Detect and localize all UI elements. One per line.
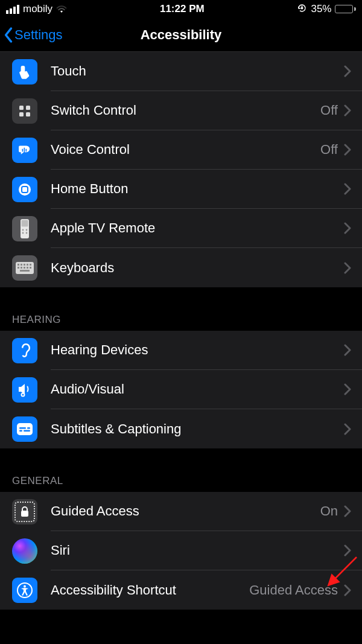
chevron-right-icon [344, 262, 351, 274]
chevron-right-icon [344, 584, 351, 596]
row-label: Keyboards [51, 260, 344, 276]
chevron-right-icon [344, 383, 351, 395]
section-physical-motor: Touch Switch Control Off [0, 52, 362, 287]
chevron-right-icon [344, 423, 351, 435]
svg-rect-0 [301, 7, 303, 9]
svg-rect-7 [26, 148, 27, 151]
row-home-button[interactable]: Home Button [0, 170, 362, 209]
status-left: mobily [6, 3, 67, 15]
accessibility-icon [12, 578, 37, 603]
svg-rect-21 [30, 264, 31, 266]
svg-rect-24 [24, 267, 25, 269]
back-button[interactable]: Settings [4, 18, 63, 51]
svg-rect-4 [26, 112, 30, 116]
row-label: Accessibility Shortcut [51, 582, 249, 598]
list-group: Guided Access On Siri [0, 492, 362, 610]
svg-rect-31 [19, 427, 26, 429]
hearing-devices-icon [12, 338, 37, 363]
row-label: Audio/Visual [51, 381, 344, 397]
keyboards-icon [12, 255, 37, 281]
row-label: Guided Access [51, 503, 320, 519]
row-accessibility-shortcut[interactable]: Accessibility Shortcut Guided Access [0, 570, 362, 610]
svg-rect-33 [19, 430, 22, 432]
row-label: Apple TV Remote [51, 220, 344, 236]
svg-rect-27 [20, 270, 30, 272]
svg-rect-5 [22, 148, 24, 151]
status-bar: mobily 11:22 PM 35% [0, 0, 362, 18]
row-guided-access[interactable]: Guided Access On [0, 492, 362, 531]
row-touch[interactable]: Touch [0, 52, 362, 91]
svg-point-14 [22, 232, 24, 234]
row-value: Guided Access [249, 582, 338, 598]
list-group: Hearing Devices Audio/Visual [0, 331, 362, 448]
guided-access-icon [12, 499, 37, 524]
row-value: On [320, 503, 338, 519]
svg-rect-35 [21, 511, 28, 517]
row-value: Off [320, 103, 338, 118]
row-label: Voice Control [51, 142, 320, 158]
signal-icon [6, 5, 19, 14]
svg-rect-25 [27, 267, 28, 269]
row-keyboards[interactable]: Keyboards [0, 248, 362, 287]
chevron-right-icon [344, 183, 351, 195]
row-audio-visual[interactable]: Audio/Visual [0, 370, 362, 409]
switch-control-icon [12, 98, 37, 124]
svg-point-29 [22, 394, 24, 395]
audio-visual-icon [12, 377, 37, 403]
page-title: Accessibility [141, 27, 222, 43]
svg-rect-18 [21, 264, 22, 266]
row-label: Switch Control [51, 103, 320, 118]
section-header-general: GENERAL [0, 469, 362, 492]
row-label: Subtitles & Captioning [51, 421, 344, 437]
row-label: Home Button [51, 181, 344, 197]
svg-point-8 [19, 183, 31, 196]
home-button-icon [12, 177, 37, 202]
chevron-right-icon [344, 544, 351, 556]
svg-rect-6 [24, 147, 25, 153]
back-label: Settings [14, 27, 63, 43]
svg-point-12 [22, 229, 24, 231]
row-subtitles-captioning[interactable]: Subtitles & Captioning [0, 409, 362, 448]
wifi-icon [56, 5, 67, 13]
list-group: Touch Switch Control Off [0, 52, 362, 287]
section-general: GENERAL Guided Access On Siri [0, 469, 362, 610]
carrier-label: mobily [23, 3, 52, 15]
siri-icon [12, 538, 37, 564]
chevron-right-icon [344, 222, 351, 234]
chevron-right-icon [344, 505, 351, 517]
battery-icon [335, 5, 356, 13]
svg-rect-32 [27, 427, 30, 429]
chevron-left-icon [4, 27, 13, 43]
svg-rect-19 [24, 264, 25, 266]
row-apple-tv-remote[interactable]: Apple TV Remote [0, 209, 362, 248]
section-hearing: HEARING Hearing Devices Au [0, 308, 362, 448]
svg-point-13 [26, 229, 28, 231]
row-label: Hearing Devices [51, 342, 344, 358]
row-hearing-devices[interactable]: Hearing Devices [0, 331, 362, 370]
svg-rect-34 [24, 430, 30, 432]
svg-point-37 [24, 585, 26, 587]
svg-point-15 [26, 232, 28, 234]
chevron-right-icon [344, 104, 351, 116]
touch-icon [12, 59, 37, 84]
row-voice-control[interactable]: Voice Control Off [0, 130, 362, 170]
svg-rect-2 [26, 106, 30, 110]
subtitles-icon [12, 416, 37, 442]
row-label: Touch [51, 63, 344, 79]
svg-rect-3 [19, 112, 24, 116]
chevron-right-icon [344, 144, 351, 156]
svg-rect-20 [27, 264, 28, 266]
battery-percent: 35% [311, 3, 331, 15]
svg-rect-26 [30, 267, 31, 269]
chevron-right-icon [344, 65, 351, 77]
voice-control-icon [12, 138, 37, 163]
nav-bar: Settings Accessibility [0, 18, 362, 52]
svg-rect-1 [19, 106, 24, 110]
svg-rect-17 [17, 264, 19, 266]
row-value: Off [320, 142, 338, 158]
svg-rect-23 [21, 267, 22, 269]
status-time: 11:22 PM [160, 3, 205, 15]
row-siri[interactable]: Siri [0, 531, 362, 570]
row-switch-control[interactable]: Switch Control Off [0, 91, 362, 130]
orientation-lock-icon [297, 3, 307, 15]
